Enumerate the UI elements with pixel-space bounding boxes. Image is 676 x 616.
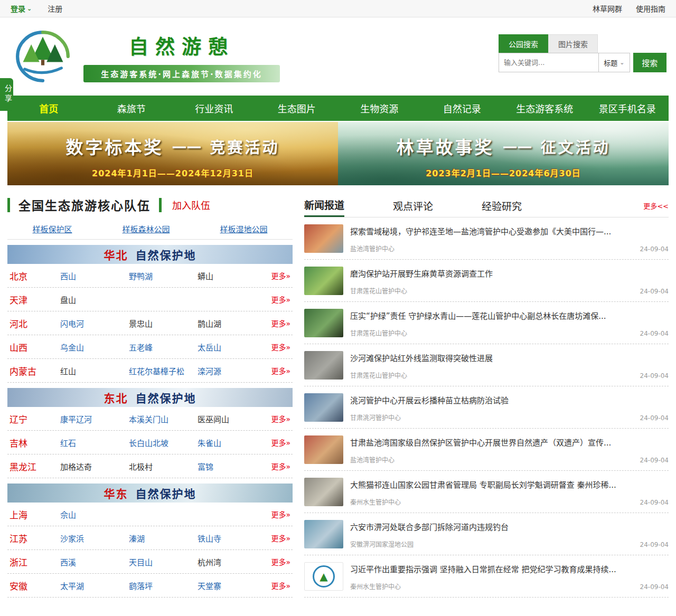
province-label[interactable]: 内蒙古 xyxy=(10,364,60,377)
nav-item-eco-visitor-system[interactable]: 生态游客系统 xyxy=(503,96,586,121)
search-input[interactable] xyxy=(499,53,598,72)
more-link[interactable]: 更多» xyxy=(264,294,290,305)
province-label[interactable]: 北京 xyxy=(10,269,60,282)
site-logo-icon[interactable] xyxy=(12,29,74,84)
attraction-link[interactable]: 蟒山 xyxy=(198,270,264,281)
attraction-link[interactable]: 加格达奇 xyxy=(60,461,129,472)
more-link[interactable]: 更多» xyxy=(264,461,290,471)
province-label[interactable]: 浙江 xyxy=(10,555,60,568)
attraction-link[interactable]: 溱湖 xyxy=(129,533,198,544)
tab-sample-forest-parks[interactable]: 样板森林公园 xyxy=(122,223,170,234)
attraction-link[interactable]: 长白山北坡 xyxy=(129,437,198,448)
news-title[interactable]: 压实“护绿”责任 守护绿水青山——莲花山管护中心副总林长在唐坊滩保... xyxy=(350,310,669,321)
attraction-link[interactable]: 医巫闾山 xyxy=(198,413,264,424)
nav-item-bio-resources[interactable]: 生物资源 xyxy=(338,96,421,121)
login-link[interactable]: 登录 ⌄ xyxy=(11,3,32,14)
tab-image-search[interactable]: 图片搜索 xyxy=(548,34,598,53)
attraction-link[interactable]: 沙家浜 xyxy=(60,533,129,544)
attraction-link[interactable]: 野鸭湖 xyxy=(129,270,198,281)
more-link[interactable]: 更多» xyxy=(264,342,290,352)
news-title[interactable]: 甘肃盐池湾国家级自然保护区管护中心开展世界自然遗产（双遗产）宣传... xyxy=(350,437,669,448)
news-title[interactable]: 磨沟保护站开展野生麻黄草资源调查工作 xyxy=(350,268,669,279)
attraction-link[interactable]: 西山 xyxy=(60,270,129,281)
attraction-link[interactable]: 天目山 xyxy=(129,556,198,567)
more-link[interactable]: 更多» xyxy=(264,270,290,281)
news-more-link[interactable]: 更多<< xyxy=(643,201,669,211)
more-link[interactable]: 更多» xyxy=(264,365,290,376)
attraction-link[interactable]: 红花尔基樟子松 xyxy=(129,365,198,376)
attraction-link[interactable]: 天堂寨 xyxy=(198,580,264,591)
province-label[interactable]: 黑龙江 xyxy=(10,460,60,473)
news-title[interactable]: 洮河管护中心开展云杉播种苗立枯病防治试验 xyxy=(350,394,669,405)
more-link[interactable]: 更多» xyxy=(264,580,290,591)
share-tab[interactable]: 分享 xyxy=(0,78,13,111)
news-thumbnail[interactable] xyxy=(304,309,343,337)
province-label[interactable]: 上海 xyxy=(10,508,60,521)
news-thumbnail[interactable] xyxy=(304,393,343,422)
tab-news-reports[interactable]: 新闻报道 xyxy=(304,194,344,217)
news-thumbnail[interactable] xyxy=(304,435,343,464)
nav-item-forest-festival[interactable]: 森旅节 xyxy=(90,96,173,121)
province-label[interactable]: 江苏 xyxy=(10,532,60,545)
nav-item-home[interactable]: 首页 xyxy=(7,96,90,121)
province-label[interactable]: 安徽 xyxy=(10,579,60,592)
news-title[interactable]: 六安市淠河处联合多部门拆除河道内违规钓台 xyxy=(350,521,669,532)
news-thumbnail[interactable] xyxy=(304,267,343,295)
tab-opinions[interactable]: 观点评论 xyxy=(393,194,433,217)
more-link[interactable]: 更多» xyxy=(264,533,290,543)
nav-item-eco-images[interactable]: 生态图片 xyxy=(256,96,339,121)
attraction-link[interactable]: 太岳山 xyxy=(198,342,264,353)
attraction-link[interactable]: 太平湖 xyxy=(60,580,129,591)
nav-item-nature-records[interactable]: 自然记录 xyxy=(421,96,504,121)
more-link[interactable]: 更多» xyxy=(264,556,290,567)
tab-park-search[interactable]: 公园搜索 xyxy=(499,34,548,53)
attraction-link[interactable]: 杭州湾 xyxy=(198,556,264,567)
news-thumbnail[interactable] xyxy=(304,224,343,253)
attraction-link[interactable]: 乌金山 xyxy=(60,342,129,353)
attraction-link[interactable]: 康平辽河 xyxy=(60,413,129,424)
user-guide-link[interactable]: 使用指南 xyxy=(636,3,665,14)
news-thumbnail[interactable] xyxy=(304,520,343,548)
attraction-link[interactable]: 五老峰 xyxy=(129,342,198,353)
forestry-network-link[interactable]: 林草网群 xyxy=(593,3,622,14)
news-title[interactable]: 探索雪域秘境，守护祁连圣地—盐池湾管护中心受邀参加《大美中国行—... xyxy=(350,225,669,236)
attraction-link[interactable]: 鹊山湖 xyxy=(198,318,264,329)
join-team-link[interactable]: 加入队伍 xyxy=(172,198,210,212)
attraction-link[interactable]: 红山 xyxy=(60,365,129,376)
attraction-link[interactable]: 西溪 xyxy=(60,556,129,567)
nav-item-industry-news[interactable]: 行业资讯 xyxy=(173,96,256,121)
province-label[interactable]: 山西 xyxy=(10,340,60,354)
province-label[interactable]: 辽宁 xyxy=(10,412,60,425)
province-label[interactable]: 吉林 xyxy=(10,436,60,449)
tab-sample-wetland-parks[interactable]: 样板湿地公园 xyxy=(220,223,267,234)
register-link[interactable]: 注册 xyxy=(48,3,62,14)
banner-digital-specimen-award[interactable]: 数字标本奖 —— 竞赛活动 2024年1月1日——2024年12月31日 xyxy=(7,122,338,185)
news-thumbnail[interactable] xyxy=(304,351,343,380)
search-button[interactable]: 搜索 xyxy=(633,53,666,72)
more-link[interactable]: 更多» xyxy=(264,318,290,328)
attraction-link[interactable]: 本溪关门山 xyxy=(129,413,198,424)
more-link[interactable]: 更多» xyxy=(264,413,290,424)
banner-forest-story-award[interactable]: 林草故事奖 —— 征文活动 2023年2月1日——2024年6月30日 xyxy=(338,122,669,185)
attraction-link[interactable]: 闪电河 xyxy=(60,318,129,329)
news-thumbnail[interactable]: ▲ xyxy=(304,562,343,591)
more-link[interactable]: 更多» xyxy=(264,509,290,519)
attraction-link[interactable]: 红石 xyxy=(60,437,129,448)
nav-item-scenic-phone-directory[interactable]: 景区手机名录 xyxy=(586,96,669,121)
attraction-link[interactable]: 盘山 xyxy=(60,294,129,305)
attraction-link[interactable]: 佘山 xyxy=(60,509,129,520)
tab-sample-reserves[interactable]: 样板保护区 xyxy=(32,223,72,234)
province-label[interactable]: 河北 xyxy=(10,317,60,330)
attraction-link[interactable]: 北极村 xyxy=(129,461,198,472)
attraction-link[interactable]: 朱雀山 xyxy=(198,437,264,448)
attraction-link[interactable]: 景忠山 xyxy=(129,318,198,329)
province-label[interactable]: 天津 xyxy=(10,293,60,306)
attraction-link[interactable]: 铁山寺 xyxy=(198,533,264,544)
more-link[interactable]: 更多» xyxy=(264,437,290,448)
attraction-link[interactable]: 滦河源 xyxy=(198,365,264,376)
tab-research[interactable]: 经验研究 xyxy=(482,194,522,217)
news-thumbnail[interactable] xyxy=(304,478,343,506)
attraction-link[interactable]: 鹞落坪 xyxy=(129,580,198,591)
news-title[interactable]: 大熊猫祁连山国家公园甘肃省管理局 专职副局长刘学魁调研督查 秦州珍稀... xyxy=(350,479,669,490)
news-title[interactable]: 沙河滩保护站红外线监测取得突破性进展 xyxy=(350,352,669,363)
